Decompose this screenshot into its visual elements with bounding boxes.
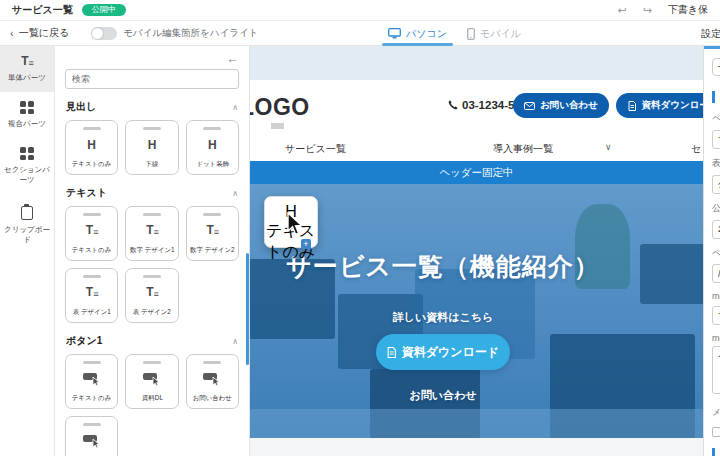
card-label: 下線 [146, 159, 159, 168]
card-dash [203, 127, 221, 130]
text-part-icon: T≡ [21, 55, 33, 68]
chevron-down-icon[interactable]: ∨ [605, 142, 612, 152]
card-dash [203, 213, 221, 216]
hero-contact-link[interactable]: お問い合わせ [343, 388, 543, 403]
back-arrow-icon: ← [226, 51, 239, 66]
site-section-below-hero [250, 438, 703, 456]
document-icon [387, 347, 396, 358]
desktop-icon [388, 28, 401, 39]
rail-item-label: セクションパーツ [2, 165, 52, 185]
card-label: テキストのみ [72, 245, 112, 254]
part-card[interactable]: Hドット装飾 [186, 120, 239, 175]
part-card[interactable]: T≡表 デザイン2 [125, 268, 178, 323]
tab-desktop[interactable]: パソコン [388, 21, 447, 46]
undo-icon[interactable]: ↩ [618, 5, 627, 16]
card-label: テキストのみ [72, 159, 112, 168]
status-badge: 公開中 [82, 4, 126, 16]
grid-icon [20, 147, 34, 160]
mobile-highlight-toggle[interactable] [91, 27, 117, 40]
part-card[interactable]: 資料DL [125, 354, 178, 409]
nav-item-cases[interactable]: 導入事例一覧 [493, 142, 553, 156]
palette-collapse-button[interactable]: ← [65, 52, 239, 68]
page-editor-app: サービス一覧 公開中 ↩ ↪ 下書き保存 ‹ 一覧に戻る モバイル編集箇所をハイ… [0, 0, 720, 456]
field-label-meta-description: meta description [712, 333, 720, 343]
publish-date-input[interactable] [712, 220, 720, 239]
rail-item-section-parts[interactable]: セクションパーツ [0, 138, 54, 194]
group-header-text[interactable]: テキスト ∧ [66, 186, 238, 200]
tab-desktop-label: パソコン [406, 27, 447, 41]
text-part-icon: T≡ [146, 286, 158, 299]
search-input[interactable] [65, 69, 239, 89]
checkbox-icon[interactable] [712, 427, 720, 437]
card-dash [83, 275, 101, 278]
part-card[interactable]: T≡表 デザイン1 [65, 268, 118, 323]
card-dash [83, 213, 101, 216]
rail-item-label: 単体パーツ [8, 73, 46, 83]
hero-lead-text: 詳しい資料はこちら [343, 310, 543, 325]
part-card[interactable]: Hテキストのみ [65, 120, 118, 175]
preview-top-strip [250, 46, 703, 80]
text-part-icon: T≡ [86, 286, 98, 299]
mobile-icon [467, 28, 475, 40]
top-bar-actions: ↩ ↪ 下書き保存 [618, 3, 708, 17]
phone-icon [448, 100, 458, 110]
meta-title-input[interactable] [712, 306, 720, 325]
text-part-icon: T≡ [86, 224, 98, 237]
text-part-icon: T≡ [146, 224, 158, 237]
palette-scrollbar[interactable] [246, 253, 249, 365]
part-card[interactable]: お問い合わせ [186, 354, 239, 409]
button-part-icon [202, 372, 222, 386]
draft-save-button[interactable]: 下書き保存 [668, 3, 708, 17]
card-dash [83, 127, 101, 130]
site-preview-canvas[interactable]: LOGO 03-1234-5678 お問い合わせ 資料ダウンロード サービス一覧… [250, 46, 703, 456]
field-label-page-url: ページURL [712, 247, 720, 260]
rail-item-compound-parts[interactable]: 複合パーツ [0, 92, 54, 138]
back-to-list-label: 一覧に戻る [19, 26, 69, 40]
card-label: 表 デザイン2 [133, 307, 171, 316]
nav-item-clipped[interactable]: セ [691, 142, 701, 156]
redo-icon[interactable]: ↪ [643, 5, 652, 16]
parts-category-rail: T≡ 単体パーツ 複合パーツ セクションパーツ クリップボード [0, 46, 55, 456]
meta-description-textarea[interactable]: ページ [712, 346, 720, 394]
chevron-up-icon: ∧ [232, 103, 238, 112]
mouse-cursor-icon [287, 212, 304, 236]
toggle-knob [92, 28, 103, 39]
part-card[interactable]: T≡数字 デザイン2 [186, 206, 239, 261]
group-header-button1[interactable]: ボタン1 ∧ [66, 334, 238, 348]
site-download-button[interactable]: 資料ダウンロード [616, 93, 703, 118]
editor-toolbar: ‹ 一覧に戻る モバイル編集箇所をハイライト パソコン モバイル 設定 [0, 21, 720, 46]
page-name-input[interactable] [712, 130, 720, 149]
mobile-highlight-toggle-label: モバイル編集箇所をハイライト [123, 27, 258, 40]
part-card[interactable]: T≡テキストのみ [65, 206, 118, 261]
part-card[interactable]: 矢印 [65, 416, 118, 456]
nav-item-services[interactable]: サービス一覧 [285, 142, 346, 156]
site-contact-button-label: お問い合わせ [540, 99, 598, 112]
site-contact-button[interactable]: お問い合わせ [513, 93, 609, 118]
mail-icon [524, 102, 535, 110]
tab-mobile-label: モバイル [480, 27, 521, 41]
group-header-heading[interactable]: 見出し ∧ [66, 100, 238, 114]
site-header: LOGO 03-1234-5678 お問い合わせ 資料ダウンロード [250, 80, 703, 138]
card-dash [143, 275, 161, 278]
tab-mobile[interactable]: モバイル [467, 21, 521, 46]
part-card[interactable]: H下線 [125, 120, 178, 175]
fixed-header-banner: ヘッダー固定中 [250, 161, 703, 184]
hero-download-cta-button[interactable]: 資料ダウンロード [376, 334, 510, 370]
field-label-page-name: ページ名 [712, 112, 720, 125]
logo-subtext-placeholder [271, 123, 284, 129]
part-card[interactable]: テキストのみ [65, 354, 118, 409]
part-card[interactable]: T≡数字 デザイン1 [125, 206, 178, 261]
rail-item-single-parts[interactable]: T≡ 単体パーツ [0, 46, 54, 92]
mobile-highlight-toggle-wrap: モバイル編集箇所をハイライト [91, 27, 258, 40]
card-dash [143, 361, 161, 364]
back-to-list-button[interactable]: ‹ 一覧に戻る [10, 26, 69, 40]
card-dash [203, 361, 221, 364]
card-dash [143, 127, 161, 130]
page-url-input[interactable] [712, 264, 720, 283]
site-nav: サービス一覧 導入事例一覧 ∨ セ [250, 138, 703, 161]
settings-button[interactable]: 設定 [701, 21, 720, 46]
button-part-icon [82, 434, 102, 448]
add-button[interactable]: + [712, 58, 720, 76]
rail-item-clipboard[interactable]: クリップボード [0, 195, 54, 254]
visibility-input[interactable] [712, 175, 720, 194]
